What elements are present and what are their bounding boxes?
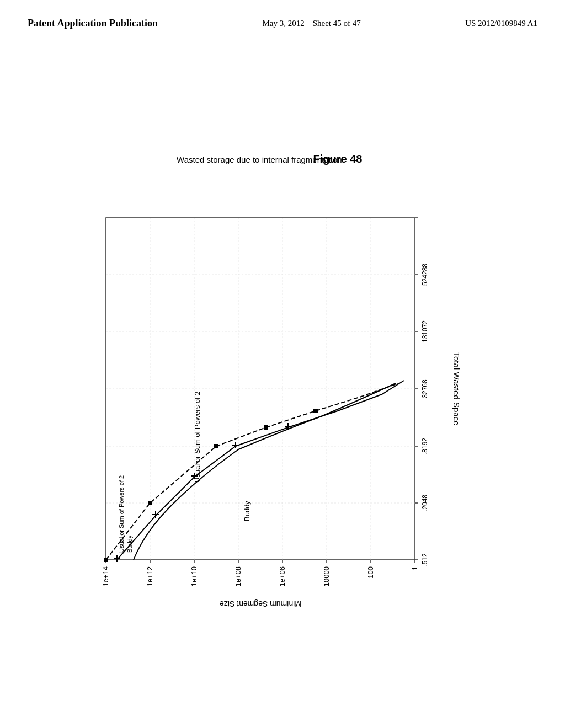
svg-text:.2048: .2048 xyxy=(421,495,429,511)
figure-number: Figure 48 xyxy=(313,153,363,165)
svg-text:.512: .512 xyxy=(421,553,429,566)
marker-1 xyxy=(104,558,108,562)
svg-text:1e+10: 1e+10 xyxy=(190,566,198,587)
svg-text:.8192: .8192 xyxy=(421,438,429,454)
page-header: Patent Application Publication May 3, 20… xyxy=(0,0,565,30)
series1-label-part1: Usual or Sum of Powers of 2 xyxy=(118,475,125,553)
marker-2 xyxy=(148,501,152,505)
svg-text:1e+14: 1e+14 xyxy=(102,566,110,587)
svg-text:524288: 524288 xyxy=(421,264,429,286)
svg-text:1e+12: 1e+12 xyxy=(146,566,154,587)
svg-text:Minimum Segment Size: Minimum Segment Size xyxy=(220,599,301,608)
publication-date: May 3, 2012 xyxy=(262,19,304,28)
publication-label: Patent Application Publication xyxy=(28,17,158,30)
marker-3 xyxy=(214,444,218,448)
series1-label-part2: Buddy xyxy=(126,535,133,553)
svg-text:Total Wasted Space: Total Wasted Space xyxy=(452,352,461,426)
svg-text:1e+08: 1e+08 xyxy=(234,566,242,587)
chart-rotated: 1e+14 1e+12 1e+10 1e+08 1e+06 10000 100 … xyxy=(89,119,476,615)
svg-text:10000: 10000 xyxy=(322,566,331,586)
patent-number: US 2012/0109849 A1 xyxy=(465,17,537,30)
svg-text:1e+06: 1e+06 xyxy=(278,566,286,587)
svg-text:131072: 131072 xyxy=(421,320,429,342)
marker-4 xyxy=(264,425,268,430)
marker-5 xyxy=(313,409,318,413)
svg-text:100: 100 xyxy=(366,566,375,579)
main-content: 1e+14 1e+12 1e+10 1e+08 1e+06 10000 100 … xyxy=(0,63,565,670)
chart-svg: 1e+14 1e+12 1e+10 1e+08 1e+06 10000 100 … xyxy=(89,119,476,615)
sheet-info: Sheet 45 of 47 xyxy=(313,19,361,28)
chart-wrapper: 1e+14 1e+12 1e+10 1e+08 1e+06 10000 100 … xyxy=(56,63,509,670)
header-center: May 3, 2012 Sheet 45 of 47 xyxy=(262,17,360,30)
svg-text:1: 1 xyxy=(411,566,419,570)
svg-text:32768: 32768 xyxy=(421,379,429,398)
buddy-label: Buddy xyxy=(243,501,251,521)
usual-label: Usual or Sum of Powers of 2 xyxy=(193,392,201,483)
